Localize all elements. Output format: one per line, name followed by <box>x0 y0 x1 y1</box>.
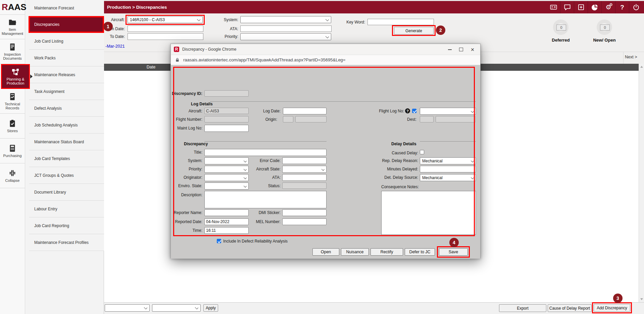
sidebar-item-label: Purchasing <box>1 154 24 158</box>
menu-item-task-assignment[interactable]: Task Assignment <box>29 83 104 100</box>
bottom-filter2-select[interactable] <box>152 304 201 312</box>
export-button[interactable]: Export <box>499 304 546 312</box>
vertical-scrollbar[interactable] <box>639 64 644 302</box>
menu-item-maintenance-releases[interactable]: Maintenance Releases <box>29 66 104 83</box>
description-field[interactable] <box>204 191 327 208</box>
header-power-icon[interactable] <box>629 1 643 13</box>
flight-log-no-checkbox[interactable] <box>412 109 416 113</box>
section-header-delay-details: Delay Details <box>391 142 416 146</box>
gauge-label: New/ Open <box>589 38 620 43</box>
header-help-icon[interactable]: ? <box>615 1 629 13</box>
mel-number-field[interactable] <box>282 218 327 225</box>
error-code-field[interactable] <box>282 157 327 164</box>
folder-icon <box>8 18 16 26</box>
date-link[interactable]: -Mar-2021 <box>105 44 125 49</box>
header-id-card-icon[interactable] <box>547 1 560 13</box>
chevron-down-icon <box>471 176 474 179</box>
title-field[interactable] <box>204 149 327 156</box>
system-filter-select[interactable] <box>240 16 331 23</box>
minutes-delayed-field[interactable] <box>420 166 476 172</box>
header-pie-chart-icon[interactable] <box>588 1 601 13</box>
menu-item-job-card-templates[interactable]: Job Card Templates <box>29 150 104 167</box>
popup-title-bar[interactable]: R Discrepancy - Google Chrome × <box>171 44 480 55</box>
new-window-icon <box>578 4 585 11</box>
header-chat-icon[interactable] <box>560 1 574 13</box>
menu-item-maintenanace-status-board[interactable]: Maintenanace Status Board <box>29 134 104 150</box>
menu-item-jct-groups-quotes[interactable]: JCT Groups & Quotes <box>29 167 104 184</box>
rep-delay-reason-field[interactable]: Mechanical <box>420 157 476 164</box>
scroll-up-icon[interactable] <box>640 66 643 68</box>
close-button[interactable]: × <box>467 44 478 55</box>
aircraft-label: Aircraft: <box>152 109 202 113</box>
maint-log-no-field[interactable] <box>204 125 249 132</box>
sidebar-item-technical-records[interactable]: Technical Records <box>0 89 25 114</box>
status-label: Status: <box>230 184 281 188</box>
include-reliability-checkbox[interactable] <box>217 239 221 243</box>
scroll-down-icon[interactable] <box>640 298 643 300</box>
to-date-input[interactable] <box>128 33 203 40</box>
apply-button[interactable]: Apply <box>203 304 218 312</box>
menu-item-work-packs[interactable]: Work Packs <box>29 50 104 66</box>
divider <box>210 101 476 102</box>
keyword-input[interactable] <box>367 19 434 25</box>
rectify-button[interactable]: Rectify <box>370 248 403 256</box>
chevron-down-icon <box>471 159 474 162</box>
chevron-down-icon <box>197 17 200 21</box>
generate-button[interactable]: Generate <box>394 27 434 35</box>
annotation-step-2: 2 <box>436 25 445 35</box>
flight-number-label: Flight Number: <box>152 117 202 122</box>
aircraft-state-field[interactable] <box>282 166 327 173</box>
det-delay-source-field[interactable]: Mechanical <box>420 174 476 181</box>
menu-item-maintenance-forecast-profiles[interactable]: Maintenance Forecast Profiles <box>29 234 104 251</box>
menu-item-labour-entry[interactable]: Labour Entry <box>29 201 104 217</box>
header-gears-icon[interactable]: ⚙⚙ <box>601 1 615 13</box>
from-date-input[interactable] <box>128 25 203 32</box>
gauge-value: 0 <box>556 24 566 31</box>
menu-item-job-card-reporting[interactable]: Job Card Reporting <box>29 217 104 234</box>
sidebar-item-label: Technical Records <box>1 102 24 110</box>
menu-item-document-library[interactable]: Document Library <box>29 184 104 201</box>
ata-filter-label: ATA: <box>201 27 238 31</box>
log-date-label: Log Date: <box>230 109 281 113</box>
menu-item-discrepancies[interactable]: Discrepancies <box>29 16 104 33</box>
cause-of-delay-report-button[interactable]: Cause of Delay Report <box>548 304 592 312</box>
clipboard-check-icon <box>8 119 16 127</box>
rep-delay-reason-label: Rep. Delay Reason: <box>368 158 418 163</box>
sidebar-item-planning-production[interactable]: Planning & Production <box>1 64 30 89</box>
sidebar-item-stores[interactable]: Stores <box>0 114 25 139</box>
menu-item-defect-analysis[interactable]: Defect Analysis <box>29 100 104 117</box>
menu-item-maintenance-forecast[interactable]: Maintenance Forecast <box>29 0 104 16</box>
sidebar-item-item-management[interactable]: Item Management <box>0 14 25 39</box>
dmi-sticker-field[interactable] <box>282 209 327 216</box>
ata-filter-input[interactable] <box>240 25 332 32</box>
menu-item-job-scheduling-analysis[interactable]: Job Scheduling Analysis <box>29 117 104 134</box>
system-label: System: <box>152 158 202 163</box>
chevron-down-icon <box>321 167 325 170</box>
bottom-filter1-select[interactable] <box>105 304 150 312</box>
aircraft-filter-select[interactable]: 146RJ100 - C-AIS3 <box>128 16 203 23</box>
ata-field[interactable] <box>282 174 327 181</box>
caused-delay-checkbox[interactable] <box>420 150 424 154</box>
menu-item-job-card-listing[interactable]: Job Card Listing <box>29 33 104 50</box>
help-icon[interactable]: ? <box>405 108 410 113</box>
maint-log-no-label: Maint Log No: <box>152 126 202 130</box>
next-page-link[interactable]: Next > <box>625 55 640 59</box>
defer-to-jc-button[interactable]: Defer to JC <box>405 248 435 256</box>
maximize-button[interactable] <box>455 44 467 55</box>
flight-log-no-field[interactable] <box>420 108 476 115</box>
minimize-button[interactable] <box>444 44 455 55</box>
nuisance-button[interactable]: Nuisance <box>341 248 369 256</box>
raas-logo[interactable]: RAAS <box>2 2 27 12</box>
priority-filter-select[interactable] <box>240 33 331 40</box>
sidebar-item-collapse[interactable]: Collapse <box>0 163 25 188</box>
header-new-window-icon[interactable] <box>574 1 588 13</box>
add-discrepancy-button[interactable]: Add Discrepancy <box>594 304 630 312</box>
time-field[interactable]: 16:11 <box>204 227 249 234</box>
log-date-field[interactable] <box>283 108 327 114</box>
consequence-notes-field[interactable] <box>381 191 476 235</box>
sidebar-item-purchasing[interactable]: Purchasing <box>0 139 25 163</box>
sidebar-item-label: Stores <box>1 129 24 133</box>
sidebar-item-inspection-documents[interactable]: Inspection Documents <box>0 39 25 64</box>
open-button[interactable]: Open <box>312 248 339 256</box>
save-button[interactable]: Save <box>439 248 468 256</box>
